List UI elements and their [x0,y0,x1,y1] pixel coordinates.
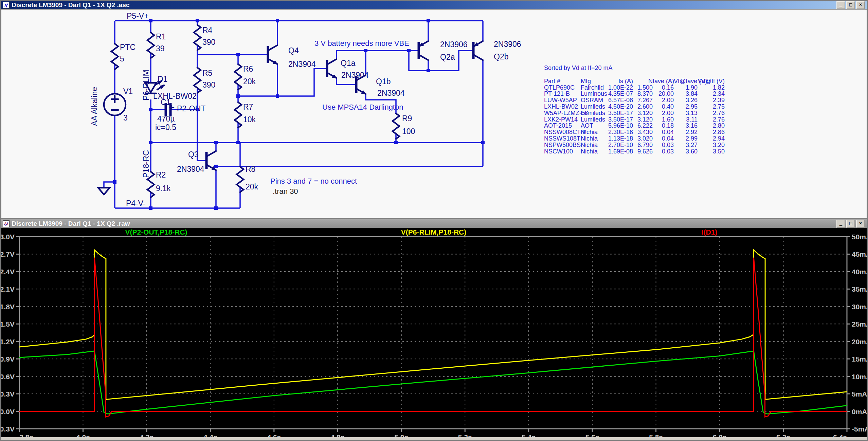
maximize-button[interactable]: □ [846,220,855,228]
directive-tran[interactable]: .tran 30 [273,187,298,196]
transistor-q2a[interactable] [419,41,428,60]
schematic-canvas[interactable]: P5-V+ PTC 5 V1 3 AA Alkaline R1 39 P6-RL… [1,9,867,218]
label-q1b-name[interactable]: Q1b [376,77,391,86]
waveform-plot-area[interactable]: 3.0V2.7V2.4V2.1V1.8V1.5V1.2V0.9V0.6V0.3V… [1,228,867,437]
label-q4-value[interactable]: 2N3904 [288,60,316,69]
waveform-window-title: Discrete LM3909 - Darl Q1 - 1X Q2 .raw [12,220,130,227]
minimize-button[interactable]: _ [836,220,845,228]
maximize-button[interactable]: □ [846,1,855,9]
led-table-cell: 0.03 [653,148,674,155]
label-d1-name[interactable]: D1 [158,75,167,84]
led-table-cell: 0.16 [653,85,674,91]
led-table-row: NSPW500BSNichia2.70E-106.7900.033.273.20 [544,142,725,148]
label-r5-value[interactable]: 390 [202,80,215,89]
transistor-q2b[interactable] [473,41,483,60]
comment-mpsa14[interactable]: Use MPSA14 Darlington [322,103,403,111]
label-q2a-value[interactable]: 2N3906 [440,40,468,49]
label-r8-name[interactable]: R8 [246,165,255,173]
label-v1-name[interactable]: V1 [123,87,133,96]
led-table-cell: 3.16 [674,123,698,129]
left-axis-tick-label: -0.3V [1,425,15,433]
schematic-window-titlebar[interactable]: Discrete LM3909 - Darl Q1 - 1X Q2 .asc _… [1,1,867,9]
left-axis-tick-label: 0.9V [1,355,15,363]
comment-pins[interactable]: Pins 3 and 7 = no connect [270,177,357,185]
led-table-cell: 9.626 [633,148,653,155]
label-r8-value[interactable]: 20k [246,182,258,191]
waveform-window-titlebar[interactable]: Discrete LM3909 - Darl Q1 - 1X Q2 .raw _… [1,219,867,228]
label-r1-name[interactable]: R1 [156,32,166,41]
transistor-q4[interactable] [268,45,277,64]
led-table-cell: Vf@Iave (V) [674,78,698,85]
net-label-p2[interactable]: P2-OUT [177,104,205,113]
x-axis-tick-label: 5.4s [522,433,536,437]
label-q4-name[interactable]: Q4 [288,46,299,55]
transistor-q1a[interactable] [327,59,337,78]
left-axis-tick-label: 2.4V [1,268,15,276]
label-r2-value[interactable]: 9.1k [156,184,171,193]
led-table-cell: 2.600 [633,104,653,110]
led-table-cell: Nichia [581,142,608,148]
trace-label[interactable]: I(D1) [702,228,718,236]
led-table-cell: 4.50E-20 [608,104,633,110]
label-c1-ic[interactable]: ic=0.5 [155,123,176,132]
right-axis-tick-label: 45mA [852,250,867,258]
net-label-p18[interactable]: P18-RC [142,150,150,178]
label-v1-desc[interactable]: AA Alkaline [90,87,99,126]
net-label-p5[interactable]: P5-V+ [127,12,149,20]
led-parameter-table: Sorted by Vd at If=20 mA Part #MfgIs (A)… [544,65,725,154]
led-table-cell: 2.00 [653,110,674,116]
led-table-cell: Fairchild [581,85,608,91]
led-table-row: NSSWS108TNichia1.13E-183.0200.042.992.94 [544,135,725,142]
led-table-cell: 6.57E-08 [608,97,633,104]
label-r4-name[interactable]: R4 [202,26,213,35]
net-label-p6[interactable]: P6-RLIM [142,70,150,100]
label-q1b-value[interactable]: 2N3904 [377,89,405,97]
label-r5-name[interactable]: R5 [202,69,212,77]
label-q2a-name[interactable]: Q2a [440,53,455,61]
label-q3-name[interactable]: Q3 [188,150,199,159]
led-table-cell: Mfg [581,78,608,85]
close-button[interactable]: × [856,220,865,228]
label-r9-name[interactable]: R9 [402,114,412,123]
led-table-cell: 6.222 [633,123,653,129]
label-q3-value[interactable]: 2N3904 [177,165,204,173]
label-q2b-name[interactable]: Q2b [494,52,508,61]
led-table-cell: Nichia [581,135,608,142]
label-c1-polarity: + [169,102,175,113]
label-q1a-value[interactable]: 2N3904 [341,71,369,79]
schematic-drawing: P5-V+ PTC 5 V1 3 AA Alkaline R1 39 P6-RL… [1,10,867,218]
right-axis-tick-label: 0mA [852,408,867,416]
label-c1-value[interactable]: 470µ [157,114,175,123]
label-ptc-name[interactable]: PTC [120,43,135,52]
trace-label[interactable]: V(P6-RLIM,P18-RC) [401,228,467,236]
led-table-cell: Luminous [581,91,608,97]
x-axis-tick-label: 4.6s [267,433,281,437]
label-ptc-value[interactable]: 5 [120,54,124,63]
label-r6-name[interactable]: R6 [243,65,253,73]
close-button[interactable]: × [856,1,865,9]
comment-vbe[interactable]: 3 V battery needs more VBE [314,39,409,48]
led-table-cell: N [633,78,653,85]
x-axis-tick-label: 6.2s [776,433,790,437]
led-table-header-row: Part #MfgIs (A)NIave (A)Vf@Iave (V)Vd@If… [544,78,725,85]
label-r7-name[interactable]: R7 [243,103,253,111]
label-q1a-name[interactable]: Q1a [341,59,356,68]
led-table-cell: 1.90 [674,85,698,91]
label-r4-value[interactable]: 390 [202,38,215,47]
minimize-button[interactable]: _ [836,1,845,9]
led-table-cell: 2.86 [698,129,725,135]
label-r9-value[interactable]: 100 [402,127,415,136]
trace-V(P6-RLIM,P18-RC) [19,250,847,399]
label-r1-value[interactable]: 39 [156,44,165,53]
voltage-source-v1[interactable] [104,94,126,115]
net-label-p4[interactable]: P4-V- [126,199,146,208]
label-r7-value[interactable]: 10k [243,115,256,124]
led-table-row: NSCW100Nichia1.69E-089.6260.033.603.50 [544,148,725,155]
trace-label[interactable]: V(P2-OUT,P18-RC) [125,228,187,236]
led-table-cell: 3.13 [674,110,698,116]
label-v1-value[interactable]: 3 [123,113,128,122]
label-r2-name[interactable]: R2 [156,170,166,179]
label-q2b-value[interactable]: 2N3906 [494,40,521,49]
label-r6-value[interactable]: 20k [243,77,256,86]
label-d1-value[interactable]: LXHL-BW02 [153,92,197,100]
